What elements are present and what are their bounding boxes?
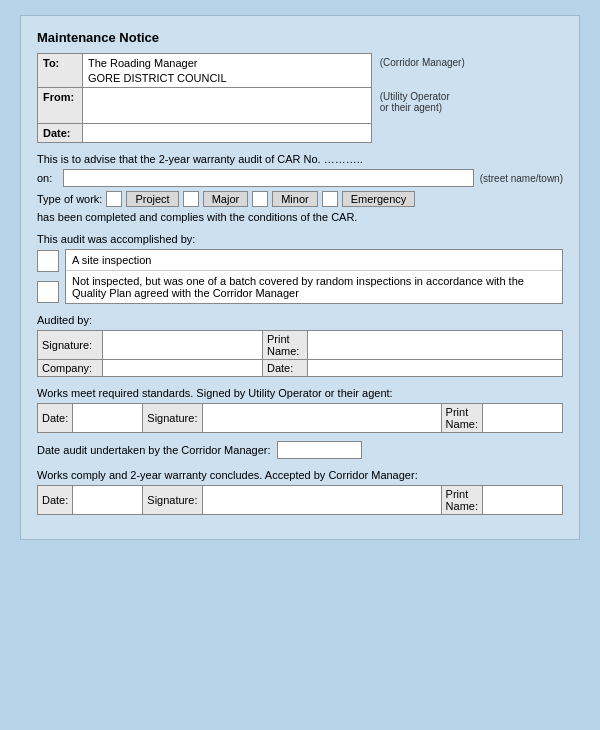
accomplished-label: This audit was accomplished by: [37,233,563,245]
to-note: (Corridor Manager) [371,54,562,88]
major-btn[interactable]: Major [203,191,249,207]
wc-sig-label: Signature: [143,486,203,515]
street-input[interactable] [63,169,474,187]
wm-sig-field[interactable] [203,404,441,433]
audit-options: A site inspection Not inspected, but was… [65,249,563,304]
works-comply-section: Works comply and 2-year warranty conclud… [37,469,563,515]
page-title: Maintenance Notice [37,30,563,45]
to-line2: GORE DISTRICT COUNCIL [88,72,366,84]
wm-date-field[interactable] [73,404,143,433]
date-content[interactable] [83,124,372,143]
wm-print-label: Print Name: [441,404,482,433]
audit-checkbox-2[interactable] [37,281,59,303]
company-field[interactable] [103,360,263,377]
work-type-label: Type of work: [37,193,102,205]
audit-section: This audit was accomplished by: A site i… [37,233,563,304]
emergency-btn[interactable]: Emergency [342,191,416,207]
audited-by-label: Audited by: [37,314,563,326]
wc-date-label: Date: [38,486,73,515]
date-note [371,124,562,143]
advisory-section: This is to advise that the 2-year warran… [37,153,563,223]
wc-print-field[interactable] [483,486,563,515]
audit-checkboxes [37,249,59,304]
audit-checkbox-1[interactable] [37,250,59,272]
page: Maintenance Notice To: The Roading Manag… [20,15,580,540]
major-checkbox[interactable] [183,191,199,207]
to-content: The Roading Manager GORE DISTRICT COUNCI… [83,54,372,88]
from-note: (Utility Operator or their agent) [371,88,562,124]
wc-sig-field[interactable] [203,486,441,515]
on-label: on: [37,172,57,184]
on-row: on: (street name/town) [37,169,563,187]
wc-date-field[interactable] [73,486,143,515]
date-audit-text: Date audit undertaken by the Corridor Ma… [37,444,271,456]
print-label: Print Name: [263,331,308,360]
to-label: To: [38,54,83,88]
minor-btn[interactable]: Minor [272,191,318,207]
date-audit-input[interactable] [277,441,362,459]
audit-rows: A site inspection Not inspected, but was… [37,249,563,304]
audit-option-1[interactable]: A site inspection [66,250,562,271]
wm-sig-label: Signature: [143,404,203,433]
from-label: From: [38,88,83,124]
sig-field[interactable] [103,331,263,360]
date-audit-row: Date audit undertaken by the Corridor Ma… [37,441,563,459]
project-btn[interactable]: Project [126,191,178,207]
from-content[interactable] [83,88,372,124]
wm-print-field[interactable] [483,404,563,433]
minor-checkbox[interactable] [252,191,268,207]
address-table: To: The Roading Manager GORE DISTRICT CO… [37,53,563,143]
works-meet-text: Works meet required standards. Signed by… [37,387,563,399]
print-field[interactable] [308,331,563,360]
works-comply-table: Date: Signature: Print Name: [37,485,563,515]
emergency-checkbox[interactable] [322,191,338,207]
date-label2: Date: [263,360,308,377]
project-checkbox[interactable] [106,191,122,207]
work-row: Type of work: Project Major Minor Emerge… [37,191,563,207]
audit-option-2[interactable]: Not inspected, but was one of a batch co… [66,271,562,303]
works-meet-section: Works meet required standards. Signed by… [37,387,563,459]
advisory-text: This is to advise that the 2-year warran… [37,153,563,165]
audited-by-table: Signature: Print Name: Company: Date: [37,330,563,377]
date-label: Date: [38,124,83,143]
completed-text: has been completed and complies with the… [37,211,563,223]
audited-by-section: Audited by: Signature: Print Name: Compa… [37,314,563,377]
works-comply-text: Works comply and 2-year warranty conclud… [37,469,563,481]
sig-label: Signature: [38,331,103,360]
works-meet-table: Date: Signature: Print Name: [37,403,563,433]
street-note: (street name/town) [480,173,563,184]
to-line1: The Roading Manager [88,57,366,69]
company-label: Company: [38,360,103,377]
date-field2[interactable] [308,360,563,377]
wc-print-label: Print Name: [441,486,482,515]
wm-date-label: Date: [38,404,73,433]
